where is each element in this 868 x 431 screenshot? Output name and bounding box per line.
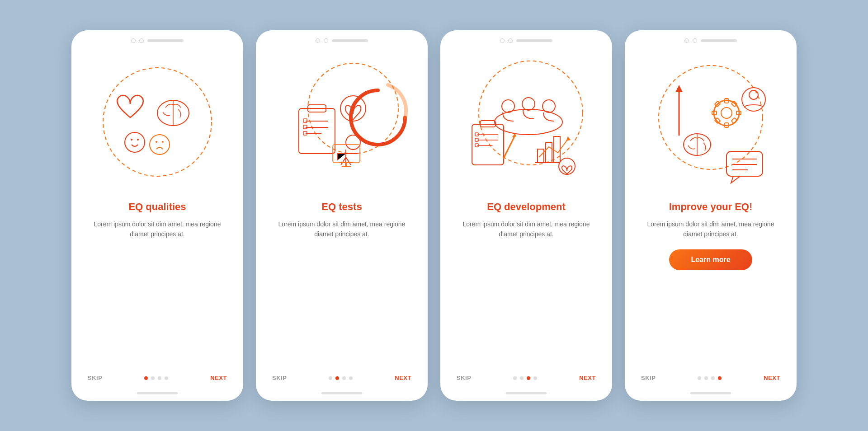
content-eq-development: EQ development Lorem ipsum dolor sit dim…: [440, 197, 612, 370]
handle-bar-3: [506, 392, 547, 394]
dot-4-2: [704, 376, 708, 380]
bottom-handle-4: [625, 389, 797, 401]
top-line-4: [701, 39, 737, 42]
content-improve-eq: Improve your EQ! Lorem ipsum dolor sit d…: [625, 197, 797, 370]
svg-point-5: [137, 139, 139, 141]
next-button-3[interactable]: NEXT: [579, 375, 596, 381]
title-eq-qualities: EQ qualities: [128, 201, 186, 213]
phone-card-eq-tests: EQ tests Lorem ipsum dolor sit dim amet,…: [256, 30, 428, 401]
top-bar-3: [440, 30, 612, 43]
svg-line-37: [504, 136, 515, 158]
dot-1-4: [165, 376, 168, 380]
skip-button-2[interactable]: SKIP: [272, 375, 287, 381]
dot-3-4: [533, 376, 537, 380]
top-circle-6: [508, 38, 513, 43]
dot-1-3: [158, 376, 161, 380]
svg-point-25: [495, 109, 562, 135]
svg-marker-43: [566, 136, 571, 141]
nav-bar-1: SKIP NEXT: [71, 370, 243, 389]
svg-point-24: [479, 61, 583, 165]
dot-2-4: [349, 376, 353, 380]
top-line-3: [516, 39, 552, 42]
next-button-2[interactable]: NEXT: [395, 375, 411, 381]
title-improve-eq: Improve your EQ!: [669, 201, 753, 213]
nav-bar-3: SKIP NEXT: [440, 370, 612, 389]
bottom-handle-2: [256, 389, 428, 401]
dot-4-4: [718, 376, 722, 380]
dot-2-1: [329, 376, 332, 380]
svg-point-8: [162, 141, 164, 143]
nav-dots-4: [698, 376, 722, 380]
top-circle-5: [500, 38, 505, 43]
dot-1-2: [151, 376, 155, 380]
title-eq-tests: EQ tests: [321, 201, 362, 213]
top-circle-7: [684, 38, 689, 43]
illustration-eq-dev: [440, 43, 612, 197]
illustration-eq-qualities: [71, 43, 243, 197]
svg-marker-63: [731, 176, 740, 183]
top-line-1: [147, 39, 184, 42]
illustration-improve-eq: [625, 43, 797, 197]
desc-eq-qualities: Lorem ipsum dolor sit dim amet, mea regi…: [88, 219, 227, 239]
svg-rect-29: [472, 124, 504, 165]
desc-improve-eq: Lorem ipsum dolor sit dim amet, mea regi…: [641, 219, 780, 239]
next-button-1[interactable]: NEXT: [210, 375, 227, 381]
dot-2-3: [342, 376, 346, 380]
bottom-handle-3: [440, 389, 612, 401]
next-button-4[interactable]: NEXT: [764, 375, 780, 381]
top-circle-3: [316, 38, 320, 43]
svg-point-6: [150, 135, 170, 155]
svg-point-51: [721, 108, 732, 118]
svg-point-28: [542, 100, 555, 112]
nav-bar-2: SKIP NEXT: [256, 370, 428, 389]
svg-point-7: [156, 141, 157, 143]
skip-button-3[interactable]: SKIP: [457, 375, 471, 381]
nav-dots-1: [144, 376, 168, 380]
dot-4-3: [711, 376, 715, 380]
handle-bar-4: [690, 392, 731, 394]
skip-button-4[interactable]: SKIP: [641, 375, 656, 381]
svg-point-0: [103, 68, 212, 176]
top-bar-2: [256, 30, 428, 43]
top-line-2: [332, 39, 368, 42]
content-eq-tests: EQ tests Lorem ipsum dolor sit dim amet,…: [256, 197, 428, 370]
top-circle-1: [131, 38, 136, 43]
nav-bar-4: SKIP NEXT: [625, 370, 797, 389]
svg-rect-62: [726, 151, 763, 176]
skip-button-1[interactable]: SKIP: [88, 375, 102, 381]
phone-card-improve-eq: Improve your EQ! Lorem ipsum dolor sit d…: [625, 30, 797, 401]
svg-rect-41: [554, 136, 560, 163]
dot-3-2: [520, 376, 524, 380]
svg-point-27: [522, 98, 535, 110]
top-circle-4: [324, 38, 328, 43]
svg-point-61: [749, 90, 758, 99]
phone-card-eq-development: EQ development Lorem ipsum dolor sit dim…: [440, 30, 612, 401]
top-bar-1: [71, 30, 243, 43]
screens-container: EQ qualities Lorem ipsum dolor sit dim a…: [44, 12, 824, 419]
svg-point-3: [125, 132, 145, 152]
svg-point-45: [659, 66, 763, 169]
dot-3-3: [527, 376, 530, 380]
dot-3-1: [513, 376, 517, 380]
desc-eq-development: Lorem ipsum dolor sit dim amet, mea regi…: [457, 219, 596, 239]
learn-more-button[interactable]: Learn more: [669, 249, 752, 270]
top-circle-2: [139, 38, 144, 43]
nav-dots-3: [513, 376, 537, 380]
handle-bar-1: [137, 392, 178, 394]
svg-point-19: [346, 135, 360, 150]
desc-eq-tests: Lorem ipsum dolor sit dim amet, mea regi…: [272, 219, 411, 239]
dot-2-2: [335, 376, 339, 380]
svg-point-44: [559, 158, 575, 174]
content-eq-qualities: EQ qualities Lorem ipsum dolor sit dim a…: [71, 197, 243, 370]
svg-marker-47: [675, 85, 683, 92]
svg-point-26: [502, 100, 514, 112]
dot-4-1: [698, 376, 701, 380]
top-circle-8: [693, 38, 697, 43]
handle-bar-2: [321, 392, 362, 394]
nav-dots-2: [329, 376, 353, 380]
bottom-handle-1: [71, 389, 243, 401]
svg-rect-59: [731, 118, 737, 124]
svg-rect-40: [546, 142, 552, 163]
title-eq-development: EQ development: [487, 201, 566, 213]
dot-1-1: [144, 376, 148, 380]
